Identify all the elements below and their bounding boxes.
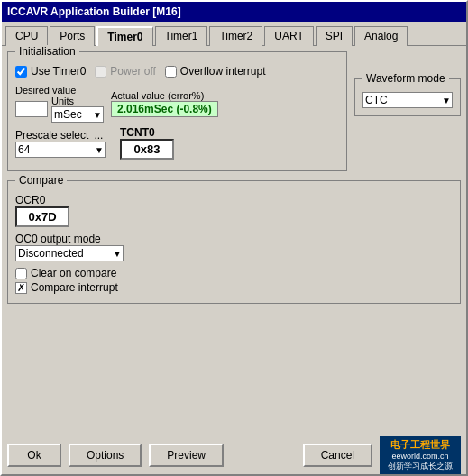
ocr0-row: OCR0 0x7D (15, 194, 453, 227)
oc0-output-select[interactable]: Disconnected Toggle Clear Set (15, 245, 124, 261)
tcnt0-value: 0x83 (120, 139, 174, 160)
waveform-group: Waveform mode Normal CTC PWM Phase Corre… (354, 78, 461, 116)
watermark-line2: eeworld.com.cn (385, 452, 455, 461)
desired-value-col: Desired value 2 Units mSec uSec Hz (15, 85, 104, 123)
prescale-col: Prescale select ... 1 8 64 256 1024 (15, 129, 106, 158)
desired-value-input[interactable]: 2 (15, 101, 48, 117)
watermark-line1: 电子工程世界 (385, 438, 455, 452)
overflow-interrupt-label: Overflow interrupt (180, 65, 266, 78)
tcnt0-label: TCNT0 (120, 126, 174, 139)
units-select-wrapper: mSec uSec Hz ▼ (51, 106, 104, 123)
initialisation-legend: Initialisation (15, 45, 79, 58)
oc0-output-label: OC0 output mode (15, 233, 124, 245)
clear-on-compare-label: Clear on compare (31, 267, 116, 279)
units-select[interactable]: mSec uSec Hz (51, 106, 104, 123)
init-checkboxes-row: Use Timer0 Power off Overflow interrupt (15, 65, 339, 79)
tab-cpu[interactable]: CPU (5, 26, 48, 46)
power-off-checkbox[interactable] (95, 66, 106, 78)
power-off-label: Power off (110, 65, 155, 78)
units-label: Units (51, 96, 104, 106)
tab-timer0[interactable]: Timer0 (96, 26, 152, 46)
actual-value-display: 2.016mSec (-0.8%) (111, 101, 218, 117)
actual-value-col: Actual value (error%) 2.016mSec (-0.8%) (111, 90, 218, 117)
use-timer0-row: Use Timer0 (15, 65, 86, 78)
preview-button[interactable]: Preview (149, 444, 224, 467)
compare-legend: Compare (15, 174, 67, 187)
actual-value-label: Actual value (error%) (111, 90, 218, 101)
prescale-dots: ... (94, 129, 103, 142)
oc0-output-row: OC0 output mode Disconnected Toggle Clea… (15, 233, 453, 261)
tab-timer2[interactable]: Timer2 (209, 26, 262, 46)
compare-interrupt-row: ✗ Compare interrupt (15, 281, 453, 294)
window-title: ICCAVR Application Builder [M16] (7, 5, 181, 18)
tab-uart[interactable]: UART (264, 26, 313, 46)
clear-on-compare-row: Clear on compare (15, 267, 453, 279)
tab-timer1[interactable]: Timer1 (155, 26, 208, 46)
use-timer0-label: Use Timer0 (31, 65, 86, 78)
tab-bar: CPU Ports Timer0 Timer1 Timer2 UART SPI … (2, 22, 466, 45)
compare-interrupt-xmark: ✗ (15, 282, 27, 294)
upper-section: Initialisation Use Timer0 Power off Over… (7, 51, 461, 171)
compare-group: Compare OCR0 0x7D OC0 output mode Discon… (7, 180, 461, 304)
ok-button[interactable]: Ok (7, 444, 61, 467)
tcnt0-col: TCNT0 0x83 (120, 126, 174, 160)
prescale-row: Prescale select ... 1 8 64 256 1024 (15, 126, 339, 160)
watermark: 电子工程世界 eeworld.com.cn 创新学习成长之源 (380, 436, 461, 474)
clear-on-compare-checkbox[interactable] (15, 268, 27, 279)
tab-ports[interactable]: Ports (50, 26, 95, 46)
waveform-legend: Waveform mode (362, 72, 449, 85)
overflow-interrupt-row: Overflow interrupt (165, 65, 266, 78)
main-window: ICCAVR Application Builder [M16] CPU Por… (0, 0, 468, 476)
watermark-line3: 创新学习成长之源 (385, 461, 455, 472)
power-off-row: Power off (95, 65, 155, 78)
cancel-button[interactable]: Cancel (303, 444, 372, 467)
prescale-label: Prescale select (15, 129, 88, 142)
overflow-interrupt-checkbox[interactable] (165, 66, 177, 78)
prescale-select[interactable]: 1 8 64 256 1024 (15, 142, 106, 158)
units-col: Units mSec uSec Hz ▼ (51, 96, 104, 123)
oc0-output-col: OC0 output mode Disconnected Toggle Clea… (15, 233, 124, 261)
waveform-select[interactable]: Normal CTC PWM Phase Correct Fast PWM (362, 92, 453, 108)
desired-value-label: Desired value (15, 85, 104, 96)
tab-analog[interactable]: Analog (354, 26, 408, 46)
desired-actual-row: Desired value 2 Units mSec uSec Hz (15, 85, 339, 123)
tab-spi[interactable]: SPI (316, 26, 353, 46)
options-button[interactable]: Options (69, 444, 142, 467)
initialisation-group: Initialisation Use Timer0 Power off Over… (7, 51, 347, 171)
main-content: Initialisation Use Timer0 Power off Over… (2, 45, 466, 435)
ocr0-label: OCR0 (15, 194, 69, 206)
compare-interrupt-label: Compare interrupt (31, 281, 118, 294)
waveform-select-wrapper: Normal CTC PWM Phase Correct Fast PWM ▼ (362, 92, 453, 108)
bottom-bar: Ok Options Preview Cancel 电子工程世界 eeworld… (2, 435, 466, 474)
oc0-output-select-wrapper: Disconnected Toggle Clear Set ▼ (15, 245, 124, 261)
prescale-select-wrapper: 1 8 64 256 1024 ▼ (15, 142, 106, 158)
ocr0-col: OCR0 0x7D (15, 194, 69, 227)
title-bar: ICCAVR Application Builder [M16] (2, 2, 466, 22)
ocr0-value: 0x7D (15, 206, 69, 227)
use-timer0-checkbox[interactable] (15, 66, 27, 78)
